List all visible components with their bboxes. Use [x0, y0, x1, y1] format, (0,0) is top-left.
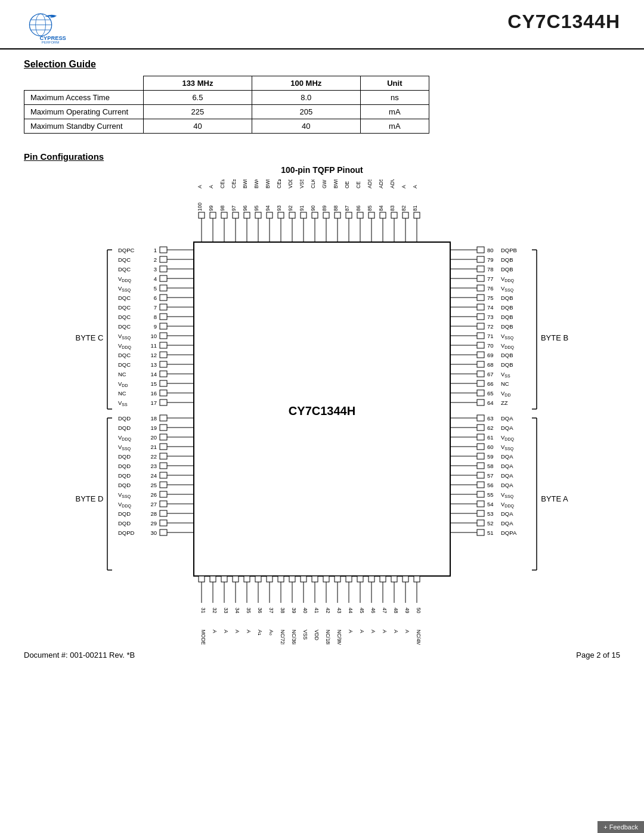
- svg-text:DQB: DQB: [501, 266, 513, 272]
- svg-rect-94: [160, 415, 167, 421]
- svg-text:11: 11: [150, 342, 157, 349]
- svg-rect-294: [278, 212, 284, 218]
- svg-text:VDDQ: VDDQ: [501, 342, 514, 350]
- svg-text:NC: NC: [118, 371, 126, 377]
- svg-rect-366: [255, 576, 261, 582]
- svg-rect-250: [477, 501, 484, 507]
- svg-text:VSSQ: VSSQ: [501, 333, 514, 340]
- svg-rect-166: [477, 295, 484, 301]
- svg-text:VSS: VSS: [118, 400, 128, 407]
- svg-rect-98: [160, 425, 167, 431]
- svg-text:23: 23: [150, 463, 157, 469]
- svg-text:64: 64: [487, 400, 494, 406]
- svg-rect-210: [477, 400, 484, 405]
- pinout-diagram: CY7C1344H BYTE C BYTE D BYTE B BYTE A 1 …: [54, 179, 590, 645]
- svg-rect-122: [160, 482, 167, 488]
- svg-rect-234: [477, 463, 484, 469]
- svg-text:VSS: VSS: [299, 179, 305, 188]
- svg-text:DQB: DQB: [501, 323, 513, 330]
- svg-text:DQC: DQC: [118, 361, 131, 368]
- svg-text:3: 3: [154, 266, 157, 272]
- feedback-button[interactable]: + Feedback: [597, 821, 644, 833]
- svg-rect-270: [210, 212, 216, 218]
- svg-text:75: 75: [487, 295, 494, 301]
- svg-text:NC/18M: NC/18M: [325, 630, 331, 645]
- svg-rect-286: [255, 212, 261, 218]
- svg-text:CE₁: CE₁: [219, 179, 225, 188]
- svg-text:12: 12: [150, 352, 157, 358]
- svg-text:DQB: DQB: [501, 295, 513, 301]
- svg-rect-214: [477, 415, 484, 421]
- svg-rect-322: [357, 212, 363, 218]
- svg-text:91: 91: [299, 205, 305, 211]
- svg-text:DQA: DQA: [501, 510, 513, 517]
- svg-text:CY7C1344H: CY7C1344H: [289, 404, 355, 417]
- svg-text:DQC: DQC: [118, 352, 131, 358]
- svg-rect-62: [160, 333, 167, 339]
- svg-rect-38: [160, 275, 167, 281]
- svg-rect-230: [477, 453, 484, 459]
- svg-text:A: A: [404, 630, 410, 633]
- table-row: Maximum Operating Current 225 205 mA: [24, 105, 429, 119]
- svg-text:DQPA: DQPA: [501, 529, 517, 536]
- svg-rect-34: [160, 266, 167, 272]
- svg-text:DQPB: DQPB: [501, 247, 517, 253]
- svg-text:DQPD: DQPD: [118, 529, 135, 536]
- svg-text:26: 26: [150, 491, 157, 498]
- svg-rect-134: [160, 510, 167, 516]
- svg-text:42: 42: [325, 608, 331, 614]
- svg-text:NC/36M: NC/36M: [291, 630, 297, 645]
- svg-rect-42: [160, 285, 167, 291]
- col-unit: Unit: [360, 76, 429, 91]
- svg-text:DQB: DQB: [501, 256, 513, 263]
- table-row: Maximum Access Time 6.5 8.0 ns: [24, 91, 429, 105]
- svg-text:VDDQ: VDDQ: [118, 342, 131, 350]
- svg-text:A: A: [382, 630, 388, 633]
- svg-text:99: 99: [208, 205, 214, 211]
- svg-text:29: 29: [150, 520, 157, 527]
- svg-text:DQPC: DQPC: [118, 247, 135, 253]
- table-row: Maximum Standby Current 40 40 mA: [24, 119, 429, 134]
- svg-text:96: 96: [242, 205, 248, 211]
- svg-text:33: 33: [223, 608, 229, 614]
- svg-rect-126: [160, 491, 167, 497]
- svg-rect-358: [233, 576, 239, 582]
- svg-rect-74: [160, 361, 167, 367]
- svg-rect-342: [414, 212, 420, 218]
- svg-text:MODE: MODE: [200, 630, 206, 645]
- svg-rect-318: [346, 212, 352, 218]
- svg-rect-30: [160, 256, 167, 262]
- svg-rect-114: [160, 463, 167, 469]
- svg-text:38: 38: [280, 608, 286, 614]
- svg-rect-190: [477, 352, 484, 358]
- svg-text:VDDQ: VDDQ: [501, 501, 514, 509]
- svg-text:CE: CE: [355, 181, 361, 188]
- svg-text:OE: OE: [344, 181, 350, 188]
- svg-rect-302: [301, 212, 306, 218]
- svg-rect-194: [477, 361, 484, 367]
- svg-text:21: 21: [150, 444, 157, 450]
- svg-text:BYTE B: BYTE B: [541, 333, 568, 342]
- svg-text:ZZ: ZZ: [501, 400, 508, 406]
- selection-guide-title: Selection Guide: [24, 59, 620, 70]
- svg-text:90: 90: [310, 205, 316, 211]
- svg-text:82: 82: [401, 205, 407, 211]
- svg-rect-226: [477, 444, 484, 450]
- svg-rect-418: [402, 576, 408, 582]
- svg-rect-162: [477, 285, 484, 291]
- svg-text:30: 30: [150, 529, 157, 536]
- svg-text:DQD: DQD: [118, 520, 131, 527]
- svg-text:CE₃: CE₃: [276, 179, 282, 188]
- logo-area: CYPRESS PERFORM: [24, 11, 78, 44]
- svg-text:DQA: DQA: [501, 472, 513, 479]
- svg-text:VDD: VDD: [118, 380, 128, 388]
- svg-text:VDDQ: VDDQ: [501, 434, 514, 442]
- svg-rect-242: [477, 482, 484, 488]
- svg-text:93: 93: [276, 205, 282, 211]
- svg-rect-382: [301, 576, 306, 582]
- svg-text:A: A: [412, 185, 418, 188]
- svg-rect-278: [233, 212, 239, 218]
- svg-rect-82: [160, 380, 167, 386]
- svg-text:71: 71: [487, 333, 494, 339]
- svg-rect-150: [477, 256, 484, 262]
